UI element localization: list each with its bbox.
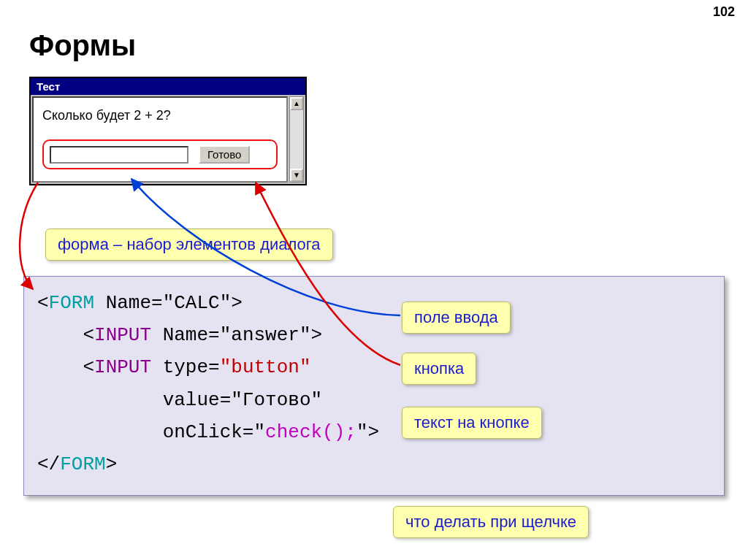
ready-button[interactable]: Готово	[199, 145, 250, 164]
scrollbar[interactable]: ▲ ▼	[289, 96, 304, 183]
callout-button-text: текст на кнопке	[402, 407, 542, 439]
scroll-down-icon[interactable]: ▼	[290, 169, 303, 182]
scroll-track[interactable]	[290, 110, 303, 169]
window-title: Тест	[31, 78, 305, 95]
answer-input[interactable]	[50, 146, 188, 164]
question-text: Сколько будет 2 + 2?	[42, 108, 278, 123]
code-line: <INPUT Name="answer">	[37, 319, 711, 351]
example-window: Тест Сколько будет 2 + 2? Готово ▲ ▼	[29, 77, 307, 185]
code-line: <FORM Name="CALC">	[37, 287, 711, 319]
form-outline: Готово	[42, 139, 278, 169]
code-line: onClick="check();">	[37, 416, 711, 448]
code-line: </FORM>	[37, 448, 711, 480]
callout-button: кнопка	[402, 353, 476, 385]
page-number: 102	[713, 4, 735, 20]
scroll-up-icon[interactable]: ▲	[290, 97, 303, 110]
callout-onclick: что делать при щелчке	[393, 506, 589, 538]
code-block: <FORM Name="CALC"> <INPUT Name="answer">…	[23, 276, 725, 496]
callout-form: форма – набор элементов диалога	[45, 229, 333, 261]
window-body: Сколько будет 2 + 2? Готово	[32, 96, 288, 183]
page-title: Формы	[29, 29, 136, 62]
code-line: <INPUT type="button"	[37, 351, 711, 383]
callout-input-field: поле ввода	[402, 302, 511, 334]
code-line: value="Готово"	[37, 384, 711, 416]
